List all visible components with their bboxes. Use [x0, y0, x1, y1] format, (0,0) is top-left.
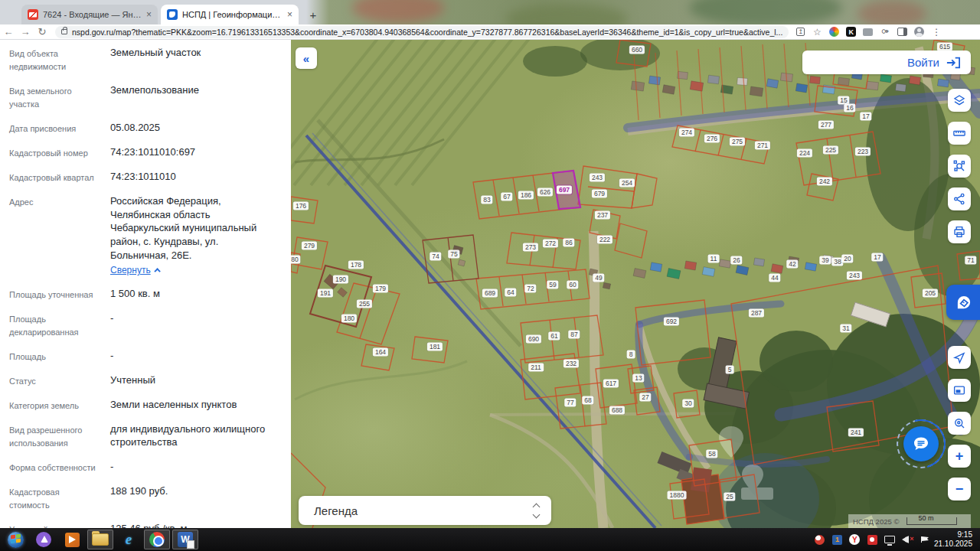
parcel-badge[interactable]: 87 — [568, 331, 580, 339]
print-tool-button[interactable] — [948, 220, 971, 243]
tray-display-icon[interactable] — [884, 534, 896, 546]
parcel-badge[interactable]: 39 — [819, 256, 831, 265]
parcel-badge[interactable]: 211 — [528, 364, 544, 372]
bookmark-star-icon[interactable]: ☆ — [812, 27, 822, 37]
legend-dropdown[interactable]: Легенда — [299, 496, 551, 525]
parcel-badge[interactable]: 8 — [627, 350, 635, 359]
parcel-badge[interactable]: 615 — [937, 43, 952, 51]
collapse-address-link[interactable]: Свернуть — [110, 264, 161, 276]
parcel-badge[interactable]: 190 — [333, 276, 348, 284]
extension-icon[interactable] — [829, 27, 839, 37]
parcel-badge[interactable]: 72 — [524, 285, 536, 293]
map-canvas[interactable]: 6156601516172742762752712772242252232421… — [291, 40, 980, 528]
parcel-badge[interactable]: 223 — [855, 148, 871, 156]
close-tab-icon[interactable]: × — [146, 9, 152, 20]
parcel-badge[interactable]: 617 — [603, 380, 619, 388]
parcel-badge[interactable]: 276 — [704, 135, 720, 143]
parcel-badge[interactable]: 74 — [430, 253, 441, 261]
parcel-badge[interactable]: 237 — [595, 211, 610, 220]
parcel-badge[interactable]: 688 — [609, 406, 625, 415]
overview-map-tool-button[interactable] — [948, 379, 971, 402]
measure-tool-button[interactable] — [948, 122, 971, 145]
parcel-badge[interactable]: 660 — [629, 46, 645, 54]
tray-1c-icon[interactable]: 1 — [831, 534, 843, 546]
parcel-badge[interactable]: 222 — [597, 236, 612, 244]
browser-menu-icon[interactable]: ⋮ — [931, 27, 942, 37]
forward-icon[interactable]: → — [17, 26, 34, 37]
chat-button[interactable] — [903, 426, 939, 461]
parcel-badge[interactable]: 274 — [679, 129, 694, 137]
tray-action-center-icon[interactable] — [920, 534, 931, 546]
parcel-badge[interactable]: 61 — [548, 332, 560, 341]
parcel-badge[interactable]: 68 — [582, 396, 593, 405]
parcel-badge[interactable]: 58 — [706, 450, 717, 458]
zoom-out-button[interactable]: − — [948, 478, 971, 500]
taskbar-clock[interactable]: 9:15 21.10.2025 — [934, 530, 972, 549]
extensions-puzzle-icon[interactable]: ⚩ — [880, 27, 890, 37]
parcel-badge[interactable]: 80 — [291, 256, 301, 264]
parcel-badge[interactable]: 13 — [632, 374, 644, 383]
close-tab-icon[interactable]: × — [287, 9, 292, 20]
reload-icon[interactable]: ↻ — [34, 26, 51, 37]
tab-nspd[interactable]: НСПД | Геоинформационный п... × — [161, 5, 299, 24]
parcel-badge[interactable]: 287 — [749, 309, 764, 318]
login-button[interactable]: Войти — [802, 51, 971, 74]
parcel-badge[interactable]: 17 — [860, 112, 871, 121]
address-bar[interactable]: nspd.gov.ru/map?thematic=PKK&zoom=16.719… — [55, 26, 789, 38]
share-icon[interactable]: ↥ — [796, 28, 805, 36]
parcel-badge[interactable]: 25 — [724, 493, 735, 501]
parcel-badge[interactable]: 176 — [293, 202, 309, 210]
parcel-badge[interactable]: 205 — [923, 289, 938, 298]
parcel-badge[interactable]: 243 — [590, 174, 605, 182]
active-map-tool-button[interactable] — [946, 285, 980, 320]
parcel-badge[interactable]: 17 — [871, 253, 883, 262]
back-icon[interactable]: ← — [0, 26, 17, 37]
parcel-badge[interactable]: 44 — [769, 274, 780, 282]
parcel-badge[interactable]: 225 — [823, 146, 838, 155]
media-player-button[interactable] — [59, 530, 85, 549]
parcel-badge[interactable]: 42 — [786, 260, 798, 269]
parcel-badge[interactable]: 232 — [564, 360, 579, 368]
parcel-badge[interactable]: 271 — [755, 142, 770, 150]
parcel-badge[interactable]: 273 — [523, 243, 538, 252]
selected-parcel-badge[interactable]: 697 — [557, 186, 572, 194]
coordinate-search-tool-button[interactable] — [948, 412, 971, 435]
tray-yandex-icon[interactable]: Y — [849, 534, 861, 546]
new-tab-button[interactable]: + — [305, 6, 322, 23]
parcel-badge[interactable]: 277 — [818, 121, 834, 129]
parcel-badge[interactable]: 186 — [518, 191, 534, 200]
parcel-badge[interactable]: 64 — [505, 289, 516, 297]
parcel-badge[interactable]: 31 — [840, 324, 851, 333]
parcel-badge[interactable]: 679 — [592, 190, 607, 198]
tab-yandex-mail[interactable]: 7624 - Входящие — Яндекс Поч... × — [21, 5, 158, 24]
profile-avatar[interactable] — [914, 27, 924, 37]
tray-volume-muted-icon[interactable] — [902, 534, 913, 546]
share-tool-button[interactable] — [948, 187, 971, 210]
parcel-badge[interactable]: 67 — [501, 193, 512, 201]
parcel-badge[interactable]: 26 — [730, 256, 742, 265]
word-button[interactable]: W — [172, 530, 198, 549]
internet-explorer-button[interactable]: e — [116, 530, 142, 549]
parcel-badge[interactable]: 692 — [664, 318, 679, 326]
parcel-badge[interactable]: 243 — [847, 272, 862, 280]
parcel-badge[interactable]: 279 — [302, 242, 317, 250]
side-panel-icon[interactable] — [897, 28, 907, 36]
parcel-badge[interactable]: 275 — [730, 138, 745, 146]
tray-app-sphere-icon[interactable] — [814, 534, 825, 546]
parcel-badge[interactable]: 71 — [965, 256, 976, 265]
parcel-badge[interactable]: 255 — [357, 300, 372, 308]
parcel-badge[interactable]: 5 — [726, 366, 734, 374]
parcel-badge[interactable]: 689 — [482, 289, 498, 298]
parcel-badge[interactable]: 179 — [373, 285, 388, 293]
collapse-panel-button[interactable]: « — [296, 47, 317, 69]
parcel-badge[interactable]: 30 — [682, 399, 694, 408]
search-objects-tool-button[interactable] — [948, 155, 971, 178]
parcel-badge[interactable]: 75 — [448, 250, 459, 259]
parcel-badge[interactable]: 224 — [797, 149, 812, 158]
start-button[interactable] — [2, 530, 28, 549]
yandex-app-button[interactable] — [31, 530, 57, 549]
parcel-badge[interactable]: 690 — [526, 335, 541, 344]
parcel-badge[interactable]: 242 — [817, 178, 832, 186]
parcel-badge[interactable]: 178 — [348, 261, 364, 269]
parcel-badge[interactable]: 20 — [841, 255, 853, 263]
